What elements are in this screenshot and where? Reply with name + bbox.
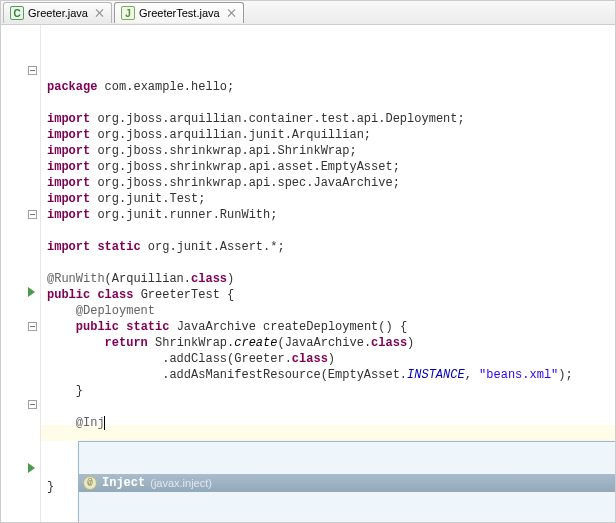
tab-greeter[interactable]: C Greeter.java bbox=[3, 2, 112, 23]
text-caret bbox=[104, 416, 105, 430]
autocomplete-popup: @ Inject (javax.inject) @ Inject (org.jb… bbox=[78, 441, 616, 523]
tab-label: GreeterTest.java bbox=[139, 7, 220, 19]
close-icon[interactable] bbox=[227, 8, 237, 18]
class-icon: C bbox=[10, 6, 24, 20]
editor-area: package com.example.hello; import org.jb… bbox=[1, 25, 615, 522]
fold-toggle[interactable] bbox=[28, 322, 37, 331]
fold-toggle[interactable] bbox=[28, 210, 37, 219]
run-gutter-icon[interactable] bbox=[28, 287, 35, 297]
junit-icon: J bbox=[121, 6, 135, 20]
annotation-icon: @ bbox=[83, 476, 97, 490]
run-gutter-icon[interactable] bbox=[28, 463, 35, 473]
gutter bbox=[1, 25, 41, 522]
tab-bar: C Greeter.java J GreeterTest.java bbox=[1, 1, 615, 25]
tab-label: Greeter.java bbox=[28, 7, 88, 19]
tab-greetertest[interactable]: J GreeterTest.java bbox=[114, 2, 244, 23]
fold-toggle[interactable] bbox=[28, 66, 37, 75]
autocomplete-item[interactable]: @ Inject (javax.inject) bbox=[79, 474, 616, 492]
fold-toggle[interactable] bbox=[28, 400, 37, 409]
code-editor[interactable]: package com.example.hello; import org.jb… bbox=[41, 25, 615, 522]
close-icon[interactable] bbox=[95, 8, 105, 18]
